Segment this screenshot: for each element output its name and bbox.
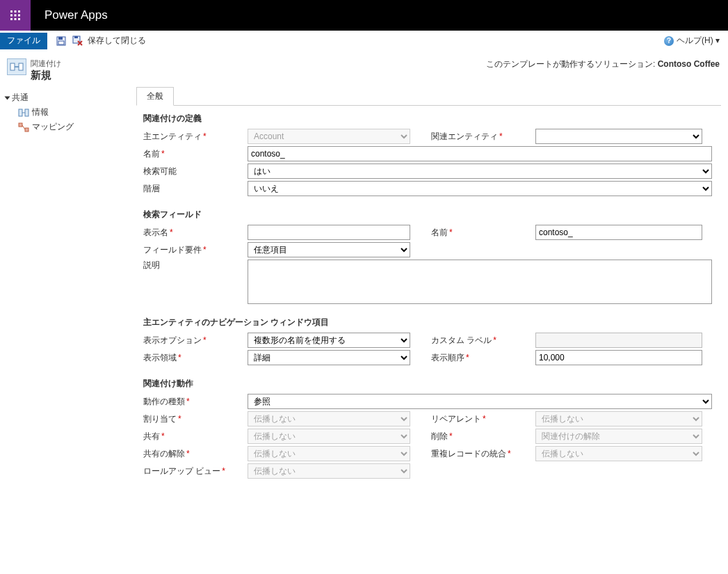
hierarchy-select[interactable]: いいえ <box>248 181 712 196</box>
svg-rect-11 <box>58 41 64 45</box>
reparent-select[interactable]: 伝播しない <box>535 411 702 426</box>
tabstrip: 全般 <box>136 86 721 106</box>
sidebar-item-mapping[interactable]: マッピング <box>4 120 132 134</box>
title-bar: Power Apps <box>0 0 728 31</box>
sidebar-item-label: 情報 <box>32 106 49 118</box>
save-close-icon <box>72 35 83 47</box>
section-title-lookup: 検索フィールド <box>143 209 721 221</box>
requirement-select[interactable]: 任意項目 <box>248 242 410 257</box>
label-lookup-name: 名前* <box>431 227 535 239</box>
info-icon <box>18 108 29 118</box>
related-entity-select[interactable] <box>535 129 702 144</box>
svg-rect-17 <box>19 109 22 116</box>
svg-rect-0 <box>10 10 13 13</box>
label-display-order: 表示順序* <box>431 352 535 364</box>
display-option-select[interactable]: 複数形の名前を使用する <box>248 333 410 348</box>
save-close-icon-button[interactable] <box>72 35 84 47</box>
svg-rect-5 <box>18 15 20 17</box>
label-custom-label: カスタム ラベル* <box>431 335 535 346</box>
tab-general[interactable]: 全般 <box>136 87 174 106</box>
label-merge: 重複レコードの統合* <box>431 448 535 460</box>
sidebar-root-label: 共通 <box>12 92 29 104</box>
caret-icon <box>5 96 10 99</box>
display-name-input[interactable] <box>248 225 410 240</box>
label-assign: 割り当て* <box>143 413 248 425</box>
file-button[interactable]: ファイル <box>0 33 47 49</box>
rollup-select[interactable]: 伝播しない <box>248 463 410 479</box>
share-select[interactable]: 伝播しない <box>248 429 410 444</box>
content-area: 全般 関連付けの定義 主エンティティ* Account 関連エンティティ* 名前… <box>136 86 728 488</box>
svg-rect-14 <box>10 63 15 70</box>
section-title-behavior: 関連付け動作 <box>143 378 721 390</box>
save-close-button[interactable]: 保存して閉じる <box>88 35 146 47</box>
label-display-name: 表示名* <box>143 227 248 239</box>
save-icon <box>56 35 67 47</box>
page-header: 関連付け 新規 このテンプレートが動作するソリューション: Contoso Co… <box>0 51 728 86</box>
svg-rect-6 <box>10 18 13 20</box>
breadcrumb: 関連付け <box>31 58 61 69</box>
description-textarea[interactable] <box>248 260 712 304</box>
behavior-type-select[interactable]: 参照 <box>248 394 712 409</box>
searchable-select[interactable]: はい <box>248 164 712 179</box>
label-share: 共有* <box>143 431 248 443</box>
section-title-nav: 主エンティティのナビゲーション ウィンドウ項目 <box>143 317 721 328</box>
name-input[interactable] <box>248 146 712 161</box>
label-related-entity: 関連エンティティ* <box>431 131 535 143</box>
sidebar: 共通 情報 マッピング <box>0 86 136 488</box>
solution-context: このテンプレートが動作するソリューション: Contoso Coffee <box>486 58 720 70</box>
label-behavior-type: 動作の種類* <box>143 396 248 408</box>
save-button[interactable] <box>55 35 67 47</box>
svg-rect-1 <box>15 10 17 13</box>
svg-rect-8 <box>18 18 20 20</box>
lookup-name-input[interactable] <box>535 225 702 240</box>
waffle-icon <box>10 10 21 21</box>
label-rollup: ロールアップ ビュー* <box>143 465 248 477</box>
label-name: 名前* <box>143 148 248 160</box>
label-delete: 削除* <box>431 431 535 443</box>
toolbar: ファイル 保存して閉じる ? ヘルプ(H) ▾ <box>0 31 728 51</box>
svg-rect-10 <box>58 37 63 40</box>
help-link[interactable]: ヘルプ(H) ▾ <box>677 35 720 47</box>
sidebar-item-label: マッピング <box>32 121 74 133</box>
svg-rect-4 <box>15 15 17 17</box>
sidebar-item-info[interactable]: 情報 <box>4 105 132 120</box>
svg-rect-13 <box>74 36 78 38</box>
sidebar-root-common[interactable]: 共通 <box>4 90 132 105</box>
svg-rect-18 <box>25 109 29 116</box>
label-requirement: フィールド要件* <box>143 244 248 256</box>
label-display-option: 表示オプション* <box>143 335 248 346</box>
label-display-area: 表示領域* <box>143 352 248 364</box>
label-description: 説明 <box>143 260 248 271</box>
help-icon: ? <box>664 36 674 46</box>
svg-rect-20 <box>19 123 22 127</box>
mapping-icon <box>18 122 29 132</box>
custom-label-input[interactable] <box>535 333 702 348</box>
svg-rect-15 <box>19 63 23 70</box>
unshare-select[interactable]: 伝播しない <box>248 446 410 461</box>
display-order-input[interactable] <box>535 350 702 365</box>
svg-rect-3 <box>10 15 13 17</box>
svg-rect-7 <box>15 18 17 20</box>
label-searchable: 検索可能 <box>143 166 248 177</box>
label-hierarchy: 階層 <box>143 183 248 195</box>
label-primary-entity: 主エンティティ* <box>143 131 248 143</box>
merge-select[interactable]: 伝播しない <box>535 446 702 461</box>
app-title: Power Apps <box>45 8 108 22</box>
display-area-select[interactable]: 詳細 <box>248 350 410 365</box>
svg-rect-2 <box>18 10 20 13</box>
relationship-icon <box>7 58 26 75</box>
delete-select[interactable]: 関連付けの解除 <box>535 429 702 444</box>
label-reparent: リペアレント* <box>431 413 535 425</box>
page-title: 新規 <box>31 69 61 82</box>
assign-select[interactable]: 伝播しない <box>248 411 410 426</box>
waffle-menu-button[interactable] <box>0 0 31 31</box>
label-unshare: 共有の解除* <box>143 448 248 460</box>
svg-rect-21 <box>25 128 29 131</box>
primary-entity-select[interactable]: Account <box>248 129 410 144</box>
section-title-definition: 関連付けの定義 <box>143 113 721 125</box>
